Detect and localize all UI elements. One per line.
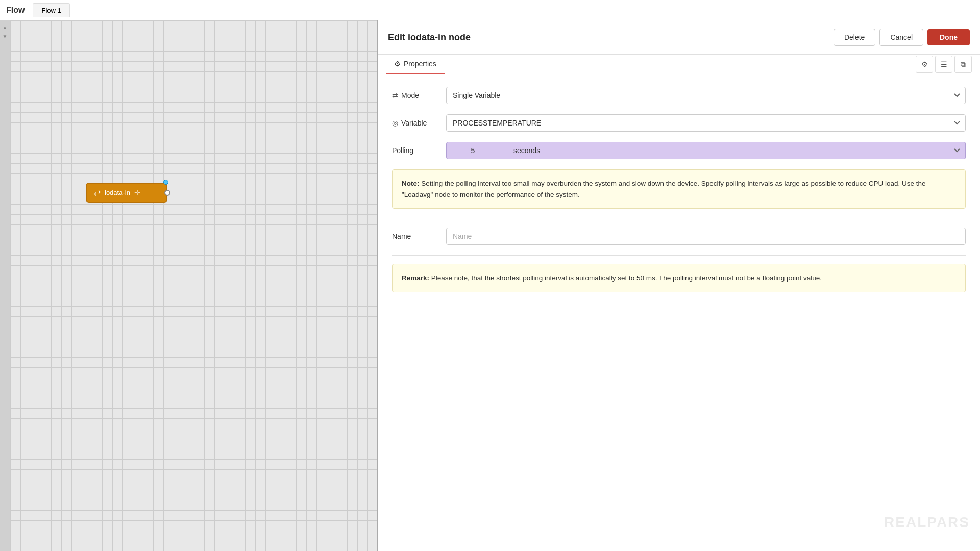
flow-canvas[interactable]: ▲ ▼ ⇄ iodata-in ✛ (0, 20, 378, 551)
polling-controls: milliseconds seconds minutes (446, 142, 966, 159)
edit-panel-title: Edit iodata-in node (388, 32, 471, 43)
flow-tab-label: Flow 1 (41, 7, 61, 14)
node-iodata-icon: ⇄ (94, 188, 101, 197)
remark-bold: Remark: (402, 274, 429, 282)
tabs-row: ⚙ Properties ⚙ ☰ ⧉ (378, 55, 980, 74)
tab-properties[interactable]: ⚙ Properties (386, 55, 445, 74)
variable-row: ◎ Variable PROCESSTEMPERATURE PROCESSFLO… (392, 114, 966, 132)
main-layout: ▲ ▼ ⇄ iodata-in ✛ Edit iodata-in node De… (0, 20, 980, 551)
name-label: Name (392, 232, 438, 240)
note-box: Note: Setting the polling interval too s… (392, 169, 966, 209)
header-actions: Delete Cancel Done (834, 29, 970, 46)
divider-1 (392, 219, 966, 219)
sidebar-arrow-up: ▲ (2, 24, 8, 31)
divider-2 (392, 255, 966, 256)
variable-select[interactable]: PROCESSTEMPERATURE PROCESSFLOW PROCESSPR… (446, 114, 966, 132)
name-row: Name (392, 228, 966, 245)
done-button[interactable]: Done (927, 29, 970, 45)
mode-label: ⇄ Mode (392, 91, 438, 99)
note-text: Setting the polling interval too small m… (402, 180, 926, 198)
remark-box: Remark: Please note, that the shortest p… (392, 264, 966, 292)
mode-icon: ⇄ (392, 91, 398, 99)
node-port-indicator (163, 180, 168, 185)
tab-properties-label: Properties (404, 60, 436, 68)
mode-row: ⇄ Mode Single Variable Multiple Variable… (392, 87, 966, 104)
node-move-icon: ✛ (134, 189, 140, 197)
canvas-sidebar: ▲ ▼ (0, 20, 10, 551)
app-title: Flow (6, 6, 24, 15)
polling-row: Polling milliseconds seconds minutes (392, 142, 966, 159)
variable-label: ◎ Variable (392, 119, 438, 127)
remark-text: Please note, that the shortest polling i… (429, 274, 822, 282)
cancel-button[interactable]: Cancel (879, 29, 923, 46)
note-bold: Note: (402, 180, 420, 187)
tab-description-icon-btn[interactable]: ☰ (935, 56, 952, 73)
tab-icon-group: ⚙ ☰ ⧉ (916, 56, 972, 73)
edit-header: Edit iodata-in node Delete Cancel Done (378, 20, 980, 55)
delete-button[interactable]: Delete (834, 29, 875, 46)
flow-tab[interactable]: Flow 1 (33, 3, 69, 17)
tab-settings-icon-btn[interactable]: ⚙ (916, 56, 933, 73)
edit-panel: Edit iodata-in node Delete Cancel Done ⚙… (378, 20, 980, 551)
form-area: ⇄ Mode Single Variable Multiple Variable… (378, 74, 980, 551)
mode-select[interactable]: Single Variable Multiple Variables All V… (446, 87, 966, 104)
polling-number-input[interactable] (446, 142, 507, 159)
sidebar-arrow-down: ▼ (2, 34, 8, 40)
node-port-right[interactable] (164, 190, 170, 196)
variable-icon: ◎ (392, 119, 398, 127)
top-bar: Flow Flow 1 (0, 0, 980, 20)
node-iodata-in[interactable]: ⇄ iodata-in ✛ (86, 183, 167, 203)
node-iodata-label: iodata-in (105, 189, 130, 196)
polling-label: Polling (392, 146, 438, 155)
gear-icon: ⚙ (394, 60, 401, 68)
name-input[interactable] (446, 228, 966, 245)
tab-info-icon-btn[interactable]: ⧉ (954, 56, 972, 73)
polling-unit-select[interactable]: milliseconds seconds minutes (507, 142, 966, 159)
